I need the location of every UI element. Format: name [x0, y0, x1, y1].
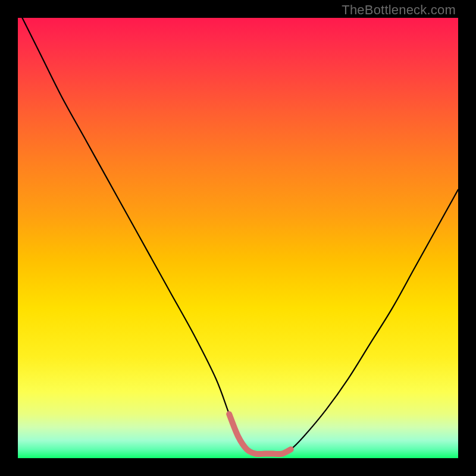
plot-area: [18, 18, 458, 458]
chart-container: TheBottleneck.com: [0, 0, 476, 476]
chart-svg: [18, 18, 458, 458]
optimal-range-highlight: [229, 414, 291, 454]
watermark-text: TheBottleneck.com: [342, 2, 456, 18]
bottleneck-curve: [18, 9, 458, 454]
